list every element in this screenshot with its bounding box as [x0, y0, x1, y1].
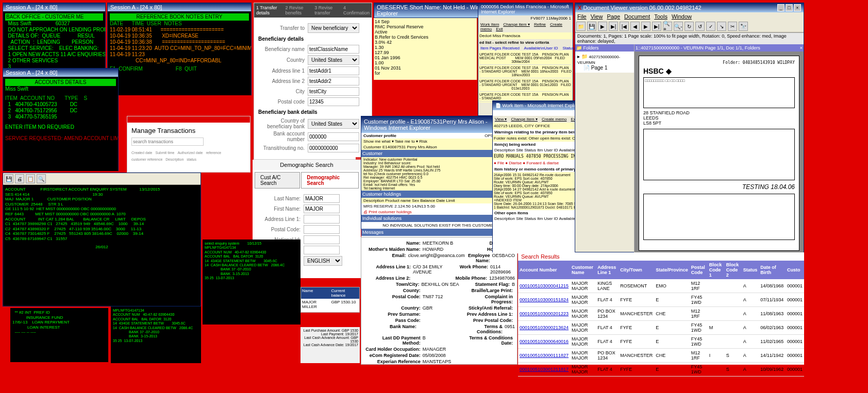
table-row[interactable]: 0001005103000041215MAJOR MAJORKINGS LANE…: [518, 279, 804, 293]
table-row[interactable]: 0001005103000151824MAJOR MAJORFLAT 4FYFE…: [518, 293, 804, 307]
save-icon[interactable]: 💾: [587, 22, 596, 31]
lbl: Postal code: [258, 99, 305, 105]
tree-page[interactable]: 📄 Page 1: [583, 65, 632, 71]
inp-a2[interactable]: [308, 77, 359, 86]
table-row[interactable]: 0001005103000213624MAJOR MAJORFLAT 4FYFE…: [518, 321, 804, 335]
binoculars-icon[interactable]: 🔭: [739, 22, 748, 31]
transfer-panel: 1 Transfer details 2 Revise benefits 3 R…: [254, 3, 372, 160]
step-icon[interactable]: ▶|: [609, 22, 618, 31]
zoom-out-icon[interactable]: 🔍-: [674, 22, 683, 31]
rotate-ccw-icon[interactable]: ↺: [695, 22, 705, 31]
doc-image[interactable]: Folder: 0403485143910 WILDPAY HSBC ◆ □□□…: [639, 56, 799, 251]
close-icon[interactable]: ×: [794, 4, 801, 11]
rotate-icon[interactable]: ↻: [685, 22, 694, 31]
postal-input[interactable]: [304, 225, 340, 234]
tree-item[interactable]: ▸ 📁 4027150000000- VEURMN: [577, 54, 632, 65]
terminal-loan: ** #2 INT PREF ID INSURANCE FUND17/6/-13…: [10, 308, 108, 362]
min-icon[interactable]: _: [777, 4, 784, 11]
rows: UPDATE FOLDER CODE TEST 15A PENSION PLAN…: [478, 50, 573, 102]
tab-cust[interactable]: Cust A/C Search: [255, 172, 300, 189]
search-icon[interactable]: 🔍: [37, 174, 46, 183]
red-stripe: [127, 116, 250, 123]
inp-a1[interactable]: [308, 66, 359, 75]
terminal-back-office: Session A - [24 x 80] BACK OFFICE - CUST…: [3, 3, 106, 77]
act-forward[interactable]: Forward & diarise: [526, 161, 559, 165]
tabs: Cust A/C Search Demographic Search: [255, 172, 359, 189]
title: Manage Transactions: [131, 127, 246, 134]
term-header: ACCOUNTS DETAILS: [5, 79, 116, 86]
last-icon[interactable]: ▶|: [652, 22, 661, 31]
table-row[interactable]: 0001005103000640016MAJOR MAJORFLAT 4FYFE…: [518, 335, 804, 349]
play-icon[interactable]: ▶: [598, 22, 607, 31]
terminal-ref-notes: Session A - [24 x 80] REFERENCE BOOK NOT…: [107, 3, 252, 95]
form: Transfer toNew beneficiary Beneficiary d…: [254, 18, 372, 158]
inp-bacct[interactable]: [308, 132, 359, 141]
save-icon[interactable]: 💾: [4, 174, 13, 183]
first-input[interactable]: [304, 204, 340, 213]
row[interactable]: MAJOR MILLER GBP 1530.10: [301, 299, 359, 310]
title: Customer profile - E190087531Perry Mrs A…: [364, 118, 497, 131]
inp-city[interactable]: [308, 87, 359, 96]
inp-post[interactable]: [308, 97, 359, 106]
title: Document Viewer version 06.00.002 049821…: [583, 5, 701, 11]
copy-icon[interactable]: 📋: [26, 174, 35, 183]
inp-country[interactable]: United States: [308, 55, 359, 65]
terminal-body: BACK OFFICE - CUSTOMER ME Miss Swift 603…: [3, 11, 105, 77]
open-icon[interactable]: 📁: [576, 22, 586, 31]
act-file[interactable]: File: [497, 161, 504, 165]
h: select enquiry system 10/12/15: [205, 242, 298, 246]
act-diarise[interactable]: Diarise: [509, 161, 522, 165]
lbl: Address line 2: [258, 78, 305, 84]
h3: MAJ MAJOR 1 CUSTOMER POSITION: [5, 197, 198, 202]
prev-icon[interactable]: ◀: [630, 22, 640, 31]
term-header: REFERENCE BOOK NOTES ENTRY: [110, 13, 249, 21]
sel-transfer[interactable]: New beneficiary: [308, 23, 359, 33]
terminal-body: ACCOUNT FIRSTDIRECT ACCOUNT ENQUIRY SYST…: [3, 185, 201, 306]
menu[interactable]: FileViewPageDocumentToolsWindow: [575, 12, 804, 21]
lang-select[interactable]: ENGLISH: [304, 256, 342, 266]
inp-ben[interactable]: [308, 45, 359, 54]
folder-window: 0000056 Dedori Miss Francisca - Microsof…: [478, 3, 573, 116]
thead: Account NumberCustomer NameAddress Line …: [518, 261, 804, 279]
v2: GBP 1530.10: [330, 299, 360, 310]
zoom-in-icon[interactable]: 🔍+: [663, 22, 672, 31]
tree-root[interactable]: Folders: [583, 45, 599, 50]
search-input[interactable]: [131, 138, 204, 146]
first-icon[interactable]: |◀: [620, 22, 629, 31]
cols: ITEM ACCOUNT NO TYPE S: [5, 95, 116, 101]
list-panel: Name Current balance MAJOR MILLER GBP 15…: [301, 287, 360, 313]
addr-input[interactable]: [304, 215, 340, 224]
inp-transit[interactable]: [308, 144, 359, 152]
tbody: 0001005103000041215MAJOR MAJORKINGS LANE…: [518, 279, 804, 377]
step3: 3 Revise transfer: [314, 5, 340, 15]
cols: DATE TIME USER NOTES: [110, 21, 249, 27]
next-icon[interactable]: ▶: [641, 22, 650, 31]
testing: TESTING 18.04.06: [643, 183, 795, 191]
lbl: Address Line 1:: [257, 216, 301, 222]
bot: 26/012: [5, 245, 198, 250]
menu[interactable]: Work ItemChange item ▾RefineCreate memoE…: [478, 21, 573, 32]
last-input[interactable]: [304, 194, 340, 203]
toolbar: 💾 🖨 📋 🔍: [3, 173, 201, 185]
results-panel: Search Results Account NumberCustomer Na…: [518, 252, 804, 365]
table-row[interactable]: 0001005103000111827MAJOR MAJORPO BOX 123…: [518, 349, 804, 363]
tab-demo[interactable]: Demographic Search: [301, 172, 359, 189]
check-icon[interactable]: ✓: [706, 22, 715, 31]
doc-folder: Folder: 0403485143910 WILDPAY: [643, 60, 795, 65]
natid-input[interactable]: [304, 235, 340, 244]
doc-viewer-window: X Document Viewer version 06.00.002 0498…: [575, 3, 804, 252]
table-row[interactable]: 0001005103001211817MAJOR MAJORFLAT 4FYFE…: [518, 363, 804, 377]
close-pane-icon[interactable]: ×: [800, 45, 803, 50]
step2: 2 Revise benefits: [286, 5, 312, 15]
lc2: Last Cash Advance Date: 19/2017: [302, 343, 358, 347]
titlebar: X Document Viewer version 06.00.002 0498…: [575, 3, 804, 12]
print-icon[interactable]: 🖨: [15, 174, 24, 183]
arrow-icon[interactable]: ↘: [717, 22, 726, 31]
title: Session A - [24 x 80]: [6, 70, 57, 76]
max-icon[interactable]: □: [786, 4, 793, 11]
country-input[interactable]: [304, 246, 340, 254]
table-row[interactable]: 0001005103000201223MAJOR MAJORPO BOX 123…: [518, 307, 804, 321]
cut-icon[interactable]: ✂: [728, 22, 737, 31]
sel-bcountry[interactable]: United States: [308, 119, 359, 129]
detail-form: Name:MEETKORN BDate of BirMother's Maide…: [361, 237, 518, 365]
